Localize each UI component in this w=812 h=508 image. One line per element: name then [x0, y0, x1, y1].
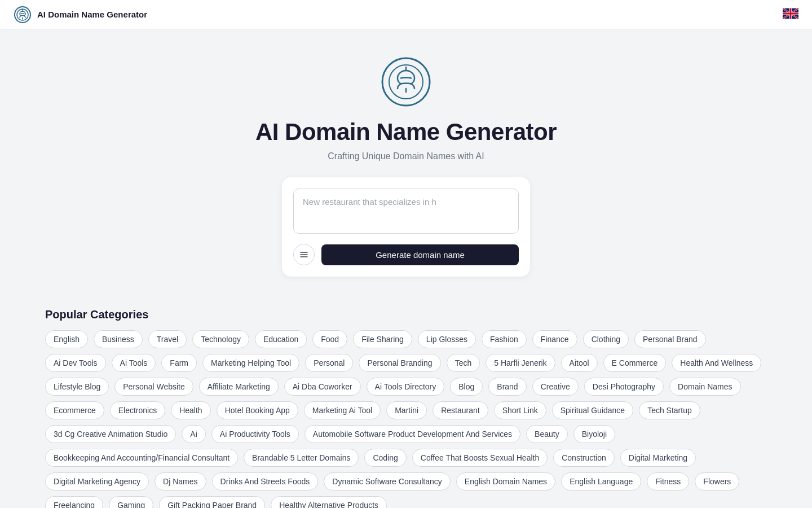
category-tag[interactable]: Business	[94, 330, 143, 348]
category-tag[interactable]: Digital Marketing Agency	[45, 472, 149, 491]
category-tag[interactable]: Aitool	[561, 354, 598, 372]
category-tag[interactable]: Gaming	[109, 496, 153, 508]
category-tag[interactable]: Digital Marketing	[620, 449, 696, 467]
navbar: AI Domain Name Generator	[0, 0, 812, 29]
category-tag[interactable]: Automobile Software Product Development …	[304, 425, 520, 443]
category-tag[interactable]: 5 Harfli Jenerik	[486, 354, 555, 372]
hero-section: AI Domain Name Generator Crafting Unique…	[0, 29, 812, 297]
category-tag[interactable]: Beauty	[526, 425, 568, 443]
category-tag[interactable]: Coding	[364, 449, 406, 467]
category-tag[interactable]: English	[45, 330, 88, 348]
category-tag[interactable]: Lip Glosses	[418, 330, 476, 348]
category-tag[interactable]: Blog	[450, 378, 483, 396]
category-tag[interactable]: Ecommerce	[45, 401, 104, 419]
categories-title: Popular Categories	[45, 308, 767, 321]
uk-flag-icon	[783, 8, 798, 19]
hero-title: AI Domain Name Generator	[255, 119, 557, 146]
category-tag[interactable]: English Domain Names	[456, 472, 555, 491]
hero-subtitle: Crafting Unique Domain Names with AI	[328, 151, 484, 161]
category-tag[interactable]: Marketing Ai Tool	[304, 401, 381, 419]
category-tag[interactable]: Finance	[532, 330, 577, 348]
category-tag[interactable]: Brand	[488, 378, 526, 396]
category-tag[interactable]: Farm	[161, 354, 197, 372]
category-tag[interactable]: Freelancing	[45, 496, 103, 508]
category-tag[interactable]: Martini	[386, 401, 427, 419]
search-actions: Generate domain name	[293, 244, 519, 265]
category-tag[interactable]: E Commerce	[603, 354, 667, 372]
category-tag[interactable]: File Sharing	[353, 330, 412, 348]
category-tag[interactable]: Personal Website	[114, 378, 193, 396]
search-card: Generate domain name	[282, 177, 530, 277]
category-tag[interactable]: Ai Productivity Tools	[211, 425, 299, 443]
brand-label: AI Domain Name Generator	[37, 10, 147, 19]
category-tag[interactable]: Ai Tools	[112, 354, 156, 372]
category-tag[interactable]: Electronics	[110, 401, 165, 419]
category-tag[interactable]: Short Link	[494, 401, 546, 419]
category-tag[interactable]: Tech Startup	[639, 401, 700, 419]
category-tag[interactable]: Fashion	[482, 330, 527, 348]
brand: AI Domain Name Generator	[14, 6, 147, 24]
generate-button[interactable]: Generate domain name	[321, 244, 519, 265]
category-tag[interactable]: Personal Branding	[359, 354, 440, 372]
category-tag[interactable]: Affiliate Marketing	[199, 378, 279, 396]
options-icon	[299, 250, 308, 259]
category-tag[interactable]: Hotel Booking App	[217, 401, 298, 419]
category-tag[interactable]: Personal Brand	[634, 330, 706, 348]
search-input[interactable]	[293, 189, 519, 234]
category-tag[interactable]: Spiritual Guidance	[552, 401, 633, 419]
category-tag[interactable]: Lifestyle Blog	[45, 378, 109, 396]
options-button[interactable]	[293, 244, 315, 265]
category-tag[interactable]: Desi Photography	[584, 378, 664, 396]
category-tag[interactable]: Flowers	[695, 472, 739, 491]
category-tag[interactable]: Biyoloji	[573, 425, 615, 443]
category-tag[interactable]: 3d Cg Creative Animation Studio	[45, 425, 176, 443]
category-tag[interactable]: Food	[312, 330, 347, 348]
categories-section: Popular Categories EnglishBusinessTravel…	[0, 297, 812, 508]
category-tag[interactable]: Dj Names	[155, 472, 206, 491]
category-tag[interactable]: English Language	[561, 472, 641, 491]
brand-icon	[14, 6, 32, 24]
category-tag[interactable]: Clothing	[583, 330, 629, 348]
category-tag[interactable]: Ai Tools Directory	[367, 378, 445, 396]
category-tag[interactable]: Domain Names	[669, 378, 740, 396]
category-tag[interactable]: Marketing Helping Tool	[202, 354, 299, 372]
category-tag[interactable]: Health	[171, 401, 210, 419]
category-tag[interactable]: Fitness	[647, 472, 689, 491]
category-tag[interactable]: Construction	[553, 449, 615, 467]
category-tag[interactable]: Bookkeeping And Accounting/Financial Con…	[45, 449, 238, 467]
category-tag[interactable]: Gift Packing Paper Brand	[159, 496, 265, 508]
category-tag[interactable]: Creative	[532, 378, 579, 396]
category-tag[interactable]: Education	[255, 330, 307, 348]
category-tag[interactable]: Brandable 5 Letter Domains	[244, 449, 359, 467]
category-tag[interactable]: Drinks And Streets Foods	[212, 472, 319, 491]
category-tag[interactable]: Dynamic Software Consultancy	[324, 472, 451, 491]
category-tag[interactable]: Tech	[447, 354, 480, 372]
category-tag[interactable]: Ai Dba Coworker	[284, 378, 361, 396]
category-tag[interactable]: Restaurant	[433, 401, 488, 419]
category-tag[interactable]: Healthy Alternative Products	[271, 496, 387, 508]
category-tag[interactable]: Personal	[305, 354, 353, 372]
category-tag[interactable]: Coffee That Boosts Sexual Health	[412, 449, 548, 467]
language-selector[interactable]	[783, 8, 798, 21]
category-tag[interactable]: Technology	[192, 330, 249, 348]
category-tag[interactable]: Ai Dev Tools	[45, 354, 106, 372]
tags-container: EnglishBusinessTravelTechnologyEducation…	[45, 330, 767, 508]
category-tag[interactable]: Health And Wellness	[672, 354, 761, 372]
hero-logo-icon	[381, 56, 431, 107]
category-tag[interactable]: Travel	[148, 330, 187, 348]
category-tag[interactable]: Ai	[182, 425, 205, 443]
